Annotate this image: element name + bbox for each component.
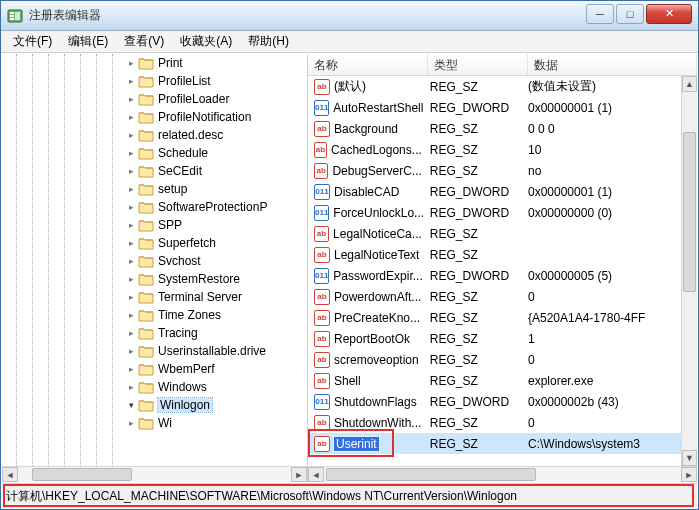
expander-closed-icon[interactable]: ▸ <box>126 112 136 122</box>
tree-item[interactable]: ▸Print <box>2 54 307 72</box>
scroll-left-icon[interactable]: ◄ <box>308 467 324 482</box>
value-data: C:\Windows\system3 <box>524 437 681 451</box>
tree-item[interactable]: ▸Superfetch <box>2 234 307 252</box>
close-button[interactable]: ✕ <box>646 4 692 24</box>
folder-icon <box>138 344 154 358</box>
expander-closed-icon[interactable]: ▸ <box>126 130 136 140</box>
tree-item[interactable]: ▸WbemPerf <box>2 360 307 378</box>
tree-item[interactable]: ▸ProfileNotification <box>2 108 307 126</box>
list-row[interactable]: abReportBootOkREG_SZ1 <box>308 328 681 349</box>
list-row[interactable]: abLegalNoticeCa...REG_SZ <box>308 223 681 244</box>
expander-closed-icon[interactable]: ▸ <box>126 94 136 104</box>
scroll-thumb[interactable] <box>683 132 696 292</box>
tree-horizontal-scrollbar[interactable]: ◄ ► <box>2 466 307 482</box>
expander-closed-icon[interactable]: ▸ <box>126 220 136 230</box>
tree-item[interactable]: ▸ProfileLoader <box>2 90 307 108</box>
scroll-thumb[interactable] <box>32 468 132 481</box>
tree-item[interactable]: ▾Winlogon <box>2 396 307 414</box>
expander-closed-icon[interactable]: ▸ <box>126 274 136 284</box>
value-data: 0x0000002b (43) <box>524 395 681 409</box>
folder-icon <box>138 218 154 232</box>
value-data: {A520A1A4-1780-4FF <box>524 311 681 325</box>
list-row[interactable]: abShutdownWith...REG_SZ0 <box>308 412 681 433</box>
tree-item[interactable]: ▸ProfileList <box>2 72 307 90</box>
list-row[interactable]: abscremoveoptionREG_SZ0 <box>308 349 681 370</box>
expander-closed-icon[interactable]: ▸ <box>126 202 136 212</box>
list-row[interactable]: 011AutoRestartShellREG_DWORD0x00000001 (… <box>308 97 681 118</box>
list-row[interactable]: abDebugServerC...REG_SZno <box>308 160 681 181</box>
col-data[interactable]: 数据 <box>528 54 697 75</box>
menu-help[interactable]: 帮助(H) <box>240 31 297 52</box>
list-horizontal-scrollbar[interactable]: ◄ ► <box>308 466 697 482</box>
svg-rect-3 <box>10 18 14 20</box>
col-type[interactable]: 类型 <box>428 54 528 75</box>
list-row[interactable]: abUserinitREG_SZC:\Windows\system3 <box>308 433 681 454</box>
col-name[interactable]: 名称 <box>308 54 428 75</box>
scroll-left-icon[interactable]: ◄ <box>2 467 18 482</box>
maximize-button[interactable]: □ <box>616 4 644 24</box>
tree-item[interactable]: ▸Windows <box>2 378 307 396</box>
tree-item[interactable]: ▸Terminal Server <box>2 288 307 306</box>
tree-item[interactable]: ▸SPP <box>2 216 307 234</box>
tree-pane[interactable]: ▸Print▸ProfileList▸ProfileLoader▸Profile… <box>2 54 308 482</box>
list-vertical-scrollbar[interactable]: ▲ ▼ <box>681 76 697 466</box>
expander-closed-icon[interactable]: ▸ <box>126 364 136 374</box>
regedit-icon <box>7 8 23 24</box>
scroll-thumb[interactable] <box>326 468 536 481</box>
value-type: REG_SZ <box>426 248 524 262</box>
expander-closed-icon[interactable]: ▸ <box>126 310 136 320</box>
expander-closed-icon[interactable]: ▸ <box>126 58 136 68</box>
expander-closed-icon[interactable]: ▸ <box>126 418 136 428</box>
list-pane[interactable]: 名称 类型 数据 ab(默认)REG_SZ(数值未设置)011AutoResta… <box>308 54 697 482</box>
tree-item[interactable]: ▸Svchost <box>2 252 307 270</box>
scroll-down-icon[interactable]: ▼ <box>682 450 697 466</box>
reg-string-icon: ab <box>314 310 330 326</box>
tree-item[interactable]: ▸SystemRestore <box>2 270 307 288</box>
value-type: REG_SZ <box>426 122 524 136</box>
expander-closed-icon[interactable]: ▸ <box>126 292 136 302</box>
folder-icon <box>138 128 154 142</box>
list-row[interactable]: abPreCreateKno...REG_SZ{A520A1A4-1780-4F… <box>308 307 681 328</box>
tree-item[interactable]: ▸SeCEdit <box>2 162 307 180</box>
scroll-up-icon[interactable]: ▲ <box>682 76 697 92</box>
titlebar[interactable]: 注册表编辑器 ─ □ ✕ <box>1 1 698 31</box>
tree-item[interactable]: ▸setup <box>2 180 307 198</box>
expander-closed-icon[interactable]: ▸ <box>126 76 136 86</box>
tree-item[interactable]: ▸Wi <box>2 414 307 432</box>
list-row[interactable]: abCachedLogons...REG_SZ10 <box>308 139 681 160</box>
list-row[interactable]: 011ShutdownFlagsREG_DWORD0x0000002b (43) <box>308 391 681 412</box>
tree-item[interactable]: ▸SoftwareProtectionP <box>2 198 307 216</box>
scroll-right-icon[interactable]: ► <box>681 467 697 482</box>
menu-edit[interactable]: 编辑(E) <box>60 31 116 52</box>
tree-item[interactable]: ▸Schedule <box>2 144 307 162</box>
expander-open-icon[interactable]: ▾ <box>126 400 136 410</box>
expander-closed-icon[interactable]: ▸ <box>126 238 136 248</box>
value-type: REG_SZ <box>426 143 524 157</box>
list-row[interactable]: 011DisableCADREG_DWORD0x00000001 (1) <box>308 181 681 202</box>
list-row[interactable]: abShellREG_SZexplorer.exe <box>308 370 681 391</box>
minimize-button[interactable]: ─ <box>586 4 614 24</box>
scroll-right-icon[interactable]: ► <box>291 467 307 482</box>
tree-item[interactable]: ▸Userinstallable.drive <box>2 342 307 360</box>
expander-closed-icon[interactable]: ▸ <box>126 382 136 392</box>
menu-favorites[interactable]: 收藏夹(A) <box>172 31 240 52</box>
tree-item[interactable]: ▸Tracing <box>2 324 307 342</box>
expander-closed-icon[interactable]: ▸ <box>126 148 136 158</box>
value-name: ShutdownWith... <box>334 416 421 430</box>
window-title: 注册表编辑器 <box>29 7 586 24</box>
expander-closed-icon[interactable]: ▸ <box>126 328 136 338</box>
list-row[interactable]: abBackgroundREG_SZ0 0 0 <box>308 118 681 139</box>
list-row[interactable]: ab(默认)REG_SZ(数值未设置) <box>308 76 681 97</box>
expander-closed-icon[interactable]: ▸ <box>126 166 136 176</box>
expander-closed-icon[interactable]: ▸ <box>126 184 136 194</box>
expander-closed-icon[interactable]: ▸ <box>126 256 136 266</box>
menu-file[interactable]: 文件(F) <box>5 31 60 52</box>
list-row[interactable]: 011ForceUnlockLo...REG_DWORD0x00000000 (… <box>308 202 681 223</box>
list-row[interactable]: abLegalNoticeTextREG_SZ <box>308 244 681 265</box>
list-row[interactable]: 011PasswordExpir...REG_DWORD0x00000005 (… <box>308 265 681 286</box>
tree-item[interactable]: ▸related.desc <box>2 126 307 144</box>
list-row[interactable]: abPowerdownAft...REG_SZ0 <box>308 286 681 307</box>
expander-closed-icon[interactable]: ▸ <box>126 346 136 356</box>
tree-item[interactable]: ▸Time Zones <box>2 306 307 324</box>
menu-view[interactable]: 查看(V) <box>116 31 172 52</box>
